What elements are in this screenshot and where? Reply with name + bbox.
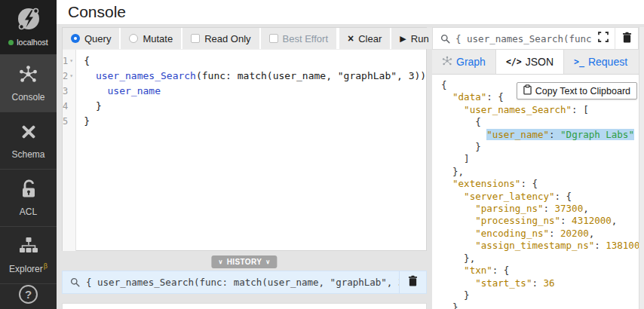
radio-checked-icon[interactable]	[71, 34, 80, 43]
code-brackets-icon: </>	[506, 57, 522, 67]
query-editor-panel: Query Mutate Read Only Best Effort × Cle…	[62, 27, 427, 251]
tab-request[interactable]: >_ Request	[564, 50, 637, 74]
code-line: {	[84, 54, 438, 69]
unlocked-padlock-icon	[20, 179, 38, 202]
line-number: 5	[63, 114, 75, 129]
network-graph-icon	[18, 64, 38, 87]
sidebar-item-acl[interactable]: ACL	[0, 170, 57, 227]
code-line: }	[84, 99, 438, 114]
json-line: "user_name": "Dgraph Labs"	[441, 129, 639, 141]
checkbox-icon[interactable]	[191, 34, 200, 43]
delete-history-entry-button[interactable]	[399, 271, 426, 293]
sidebar-item-console[interactable]: Console	[0, 55, 57, 112]
query-radio-option[interactable]: Query	[63, 28, 119, 49]
tab-graph[interactable]: Graph	[432, 50, 495, 74]
fold-arrow-icon[interactable]: ▾	[68, 69, 75, 84]
json-line: "start_ts": 36	[441, 277, 639, 289]
code-editor[interactable]: 1▾ 2▾ 3 4 5 { user_names_Search(func: ma…	[63, 50, 426, 251]
mutate-radio-label: Mutate	[143, 33, 173, 44]
json-line: ]	[441, 153, 639, 165]
query-text[interactable]: { user_names_Search(func: match(user_nam…	[76, 50, 438, 251]
mutate-radio-option[interactable]: Mutate	[121, 28, 181, 49]
json-line: }	[441, 289, 639, 301]
beta-badge: β	[44, 262, 48, 270]
clear-button-label: Clear	[358, 33, 382, 44]
host-label: localhost	[17, 38, 48, 47]
tab-request-label: Request	[588, 56, 627, 68]
json-line: "parsing_ns": 37300,	[441, 203, 639, 215]
query-radio-label: Query	[84, 33, 111, 44]
search-icon	[440, 34, 450, 44]
json-line: "server_latency": {	[441, 191, 639, 203]
results-query-bar: { user_names_Search(func: match(...	[432, 27, 639, 50]
connection-status-dot	[8, 40, 14, 45]
editor-toolbar: Query Mutate Read Only Best Effort × Cle…	[63, 28, 426, 50]
chevron-down-icon: ∨	[218, 259, 222, 265]
trash-icon	[622, 32, 632, 46]
history-entry[interactable]: { user_names_Search(func: match(user_nam…	[62, 271, 427, 294]
json-line: "txn": {	[441, 265, 639, 277]
code-line: user_name	[84, 84, 438, 99]
code-line: }	[84, 114, 438, 129]
highlighted-json-value: "user_name": "Dgraph Labs"	[486, 129, 634, 140]
schema-tools-icon	[19, 122, 38, 145]
sidebar-item-explorer[interactable]: Explorerβ	[0, 227, 57, 284]
page-title: Console	[68, 3, 126, 21]
json-line: "assign_timestamp_ns": 1381000	[441, 240, 639, 252]
history-entry-query: { user_names_Search(func: match(user_nam…	[86, 277, 399, 288]
clear-x-icon: ×	[348, 33, 354, 44]
read-only-checkbox-option[interactable]: Read Only	[182, 28, 259, 49]
sidebar-brand[interactable]: localhost	[0, 0, 57, 55]
line-number: 4	[63, 99, 75, 114]
radio-unchecked-icon[interactable]	[129, 34, 138, 43]
search-icon	[70, 277, 80, 287]
host-status: localhost	[8, 38, 48, 47]
run-play-icon: ▶	[400, 35, 406, 43]
clear-results-button[interactable]	[615, 28, 638, 49]
header: Console	[57, 0, 644, 25]
tab-json-label: JSON	[526, 56, 554, 68]
trash-icon	[408, 275, 418, 289]
history-entry-partial[interactable]	[62, 303, 427, 309]
json-line: },	[441, 252, 639, 265]
dgraph-logo-icon	[15, 5, 42, 35]
json-line: },	[441, 166, 639, 178]
history-toggle-button[interactable]: ∨ HISTORY ∨	[211, 255, 277, 268]
json-output[interactable]: { "data": { "user_names_Search": [ { "us…	[432, 75, 639, 309]
sidebar-item-label: ACL	[20, 207, 37, 217]
json-line: "encoding_ns": 20200,	[441, 228, 639, 240]
expand-fullscreen-button[interactable]	[592, 28, 615, 49]
tab-graph-label: Graph	[456, 56, 486, 68]
read-only-label: Read Only	[204, 33, 250, 44]
line-number: 1▾	[63, 54, 75, 69]
results-tabbar: Graph </> JSON >_ Request	[432, 50, 639, 75]
sidebar-item-label: Console	[11, 92, 44, 102]
scrollbar[interactable]	[639, 27, 644, 309]
clear-button[interactable]: × Clear	[339, 28, 390, 49]
sidebar-item-schema[interactable]: Schema	[0, 112, 57, 170]
sidebar-item-label: Schema	[11, 149, 44, 160]
checkbox-icon[interactable]	[269, 34, 278, 43]
json-line: }	[441, 301, 639, 309]
copy-to-clipboard-button[interactable]: Copy Text to Clipboard	[517, 82, 637, 99]
run-button[interactable]: ▶ Run	[391, 28, 437, 49]
tab-json[interactable]: </> JSON	[495, 50, 564, 74]
best-effort-label: Best Effort	[283, 33, 328, 44]
best-effort-checkbox-option[interactable]: Best Effort	[261, 28, 336, 49]
results-query-preview: { user_names_Search(func: match(...	[455, 33, 592, 44]
question-mark-icon: ?	[25, 288, 32, 301]
clipboard-icon	[523, 84, 532, 97]
graph-icon	[442, 56, 452, 69]
line-number: 3	[63, 84, 75, 99]
code-line: user_names_Search(func: match(user_name,…	[84, 69, 438, 84]
fold-arrow-icon[interactable]: ▾	[68, 54, 75, 69]
json-line: "user_names_Search": [	[441, 104, 639, 116]
json-line: {	[441, 116, 639, 128]
help-button[interactable]: ?	[19, 285, 38, 304]
chevron-down-icon: ∨	[265, 259, 270, 265]
run-button-label: Run	[411, 33, 429, 44]
sidebar-item-label: Explorerβ	[9, 262, 48, 274]
hierarchy-tree-icon	[19, 237, 38, 258]
line-number: 2▾	[63, 69, 75, 84]
json-line: "extensions": {	[441, 178, 639, 190]
